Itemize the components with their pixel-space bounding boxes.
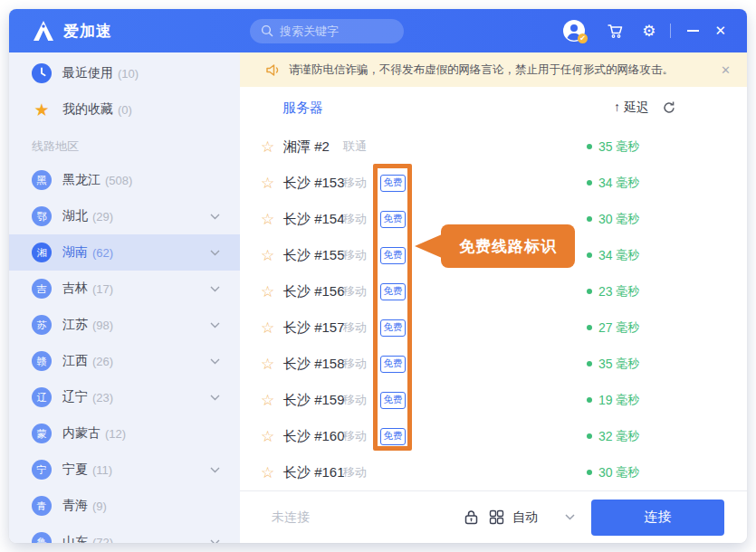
favorite-star-icon[interactable]: ☆ (261, 393, 275, 408)
latency-value: 27 (598, 320, 613, 335)
sidebar-item-region[interactable]: 辽辽宁(23) (9, 379, 240, 415)
app-window: 爱加速 ✔ (9, 9, 747, 543)
sidebar-item-region[interactable]: 鄂湖北(29) (9, 198, 240, 234)
grid-mode-icon[interactable] (488, 509, 505, 526)
region-name: 吉林 (62, 281, 88, 297)
latency-dot-icon (587, 361, 592, 366)
bottom-bar: 未连接 (240, 490, 747, 543)
server-row[interactable]: ☆湘潭 #2联通35毫秒 (240, 128, 747, 165)
server-list-title: 服务器 (282, 100, 323, 117)
region-count: (11) (92, 463, 112, 477)
minimize-button[interactable] (685, 30, 700, 32)
user-avatar[interactable]: ✔ (562, 19, 586, 43)
region-abbr-icon: 鄂 (32, 206, 52, 226)
sidebar-item-region[interactable]: 赣江西(26) (9, 343, 240, 379)
free-badge: 免费 (380, 392, 406, 409)
region-name: 湖北 (62, 208, 88, 224)
chevron-down-icon[interactable] (210, 322, 220, 328)
carrier-label: 移动 (343, 175, 368, 191)
server-row[interactable]: ☆长沙 #156移动免费23毫秒 (240, 273, 747, 309)
sidebar-item-count: (0) (118, 103, 132, 117)
latency-value: 35 (598, 139, 613, 154)
server-row[interactable]: ☆长沙 #158移动免费35毫秒 (240, 346, 747, 382)
carrier-label: 移动 (343, 319, 368, 336)
desktop-stage: 爱加速 ✔ (0, 0, 756, 552)
server-list-header: 服务器 ↑ 延迟 (240, 87, 747, 128)
region-name: 江西 (62, 353, 88, 369)
sidebar-item-region[interactable]: 湘湖南(62) (9, 234, 240, 271)
carrier-label: 移动 (343, 247, 368, 263)
latency: 30毫秒 (587, 211, 652, 227)
server-row[interactable]: ☆长沙 #157移动免费27毫秒 (240, 309, 747, 346)
sort-label: 延迟 (624, 100, 649, 114)
region-count: (98) (92, 319, 113, 332)
search-box[interactable] (250, 19, 404, 43)
sidebar-item-region[interactable]: 青青海(9) (9, 488, 240, 524)
sidebar: 最近使用 (10) ★ 我的收藏 (0) 线路地区 黑黑龙江(508)鄂湖北(2… (9, 52, 240, 543)
server-row[interactable]: ☆长沙 #160移动免费32毫秒 (240, 418, 747, 454)
sidebar-item-region[interactable]: 蒙内蒙古(12) (9, 415, 240, 452)
latency-unit: 毫秒 (617, 138, 640, 155)
favorite-star-icon[interactable]: ☆ (261, 357, 275, 372)
chevron-down-icon[interactable] (210, 358, 220, 365)
server-row[interactable]: ☆长沙 #155移动免费34毫秒 (240, 237, 747, 273)
latency: 34毫秒 (587, 247, 652, 263)
latency-dot-icon (587, 470, 592, 475)
banner-close-icon[interactable]: ✕ (721, 63, 731, 77)
sidebar-item-region[interactable]: 吉吉林(17) (9, 271, 240, 307)
latency-unit: 毫秒 (617, 428, 640, 444)
chevron-down-icon[interactable] (210, 395, 220, 401)
favorite-star-icon[interactable]: ☆ (261, 176, 275, 191)
region-abbr-icon: 苏 (32, 315, 52, 335)
sidebar-item-region[interactable]: 苏江苏(98) (9, 307, 240, 343)
region-name: 辽宁 (62, 389, 88, 405)
chevron-down-icon[interactable] (210, 214, 220, 220)
favorite-star-icon[interactable]: ☆ (261, 320, 275, 336)
latency-unit: 毫秒 (617, 464, 640, 481)
sidebar-item-region[interactable]: 鲁山东(72) (9, 524, 240, 543)
favorite-star-icon[interactable]: ☆ (261, 212, 275, 227)
search-input[interactable] (280, 24, 388, 38)
favorite-star-icon[interactable]: ☆ (261, 429, 275, 444)
settings-gear-icon[interactable]: ⚙ (642, 22, 656, 41)
favorite-star-icon[interactable]: ☆ (261, 139, 275, 155)
carrier-label: 移动 (343, 211, 368, 227)
sidebar-item-recent[interactable]: 最近使用 (10) (9, 55, 240, 91)
server-row[interactable]: ☆长沙 #159移动免费19毫秒 (240, 382, 747, 418)
refresh-icon[interactable] (662, 100, 676, 115)
chevron-down-icon[interactable] (210, 467, 220, 473)
favorite-star-icon[interactable]: ☆ (261, 284, 275, 300)
server-row[interactable]: ☆长沙 #153移动免费34毫秒 (240, 165, 747, 201)
latency: 35毫秒 (587, 138, 652, 155)
sidebar-item-label: 最近使用 (62, 65, 113, 81)
chevron-down-icon[interactable] (210, 250, 220, 256)
chevron-down-icon[interactable] (210, 286, 220, 292)
sidebar-item-region[interactable]: 黑黑龙江(508) (9, 162, 240, 198)
latency-unit: 毫秒 (617, 392, 640, 408)
mode-select[interactable]: 自动 (512, 509, 538, 526)
sidebar-item-region[interactable]: 宁宁夏(11) (9, 452, 240, 488)
server-row[interactable]: ☆长沙 #154移动免费30毫秒 (240, 201, 747, 237)
latency-value: 19 (598, 393, 613, 407)
connect-button[interactable]: 连接 (591, 500, 724, 536)
chevron-down-icon[interactable] (210, 539, 220, 544)
latency-sort[interactable]: ↑ 延迟 (614, 100, 676, 116)
server-row[interactable]: ☆长沙 #161移动30毫秒 (240, 454, 747, 490)
latency-unit: 毫秒 (617, 175, 640, 191)
horn-icon (265, 62, 281, 78)
latency-dot-icon (587, 144, 592, 149)
lock-icon[interactable] (463, 509, 480, 526)
title-bar: 爱加速 ✔ (9, 9, 747, 52)
latency: 23毫秒 (587, 283, 652, 300)
shop-cart-icon[interactable] (606, 22, 624, 40)
favorite-star-icon[interactable]: ☆ (261, 248, 275, 263)
region-abbr-icon: 辽 (32, 387, 52, 407)
notice-text: 请谨防电信诈骗，不得发布虚假的网络言论，禁止用于任何形式的网络攻击。 (289, 62, 674, 78)
server-name: 长沙 #154 (283, 211, 341, 228)
close-button[interactable]: ✕ (714, 23, 726, 39)
favorite-star-icon[interactable]: ☆ (261, 465, 275, 481)
mode-chevron-down-icon[interactable] (565, 514, 575, 520)
notice-banner: 请谨防电信诈骗，不得发布虚假的网络言论，禁止用于任何形式的网络攻击。 ✕ (240, 52, 747, 87)
latency-value: 34 (598, 248, 613, 262)
sidebar-item-favorites[interactable]: ★ 我的收藏 (0) (9, 91, 240, 128)
